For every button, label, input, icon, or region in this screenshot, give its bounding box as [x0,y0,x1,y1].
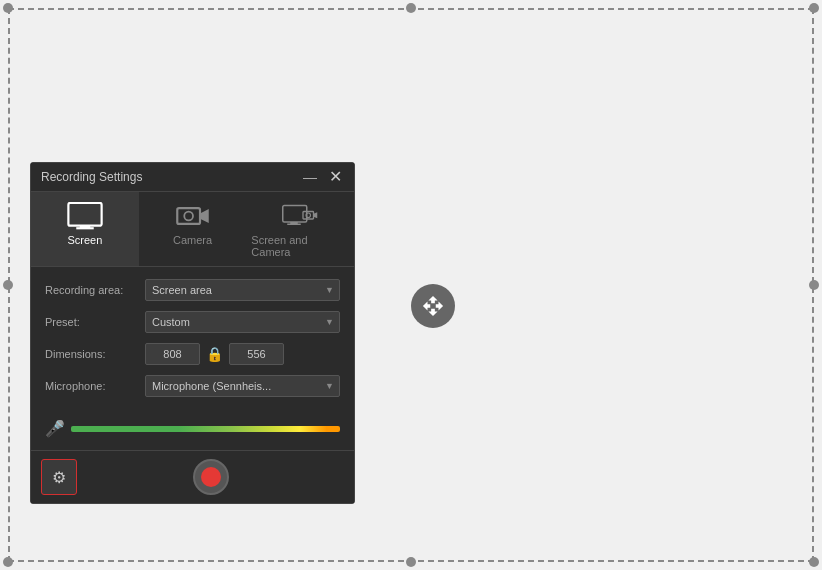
handle-top-center[interactable] [406,3,416,13]
dimensions-row: Dimensions: 🔒 [45,343,340,365]
tab-screen-label: Screen [67,234,102,246]
preset-dropdown-wrapper: Custom [145,311,340,333]
mode-tabs: Screen Camera Screen and Camera [31,192,354,267]
handle-right-center[interactable] [809,280,819,290]
svg-point-5 [184,212,193,221]
tab-camera[interactable]: Camera [139,192,247,266]
svg-marker-4 [200,209,209,223]
dimensions-label: Dimensions: [45,348,145,360]
recording-area-dropdown-wrapper: Screen area [145,279,340,301]
microphone-icon: 🎤 [45,419,65,438]
svg-rect-3 [177,208,200,224]
recording-area-select[interactable]: Screen area [145,279,340,301]
screen-tab-icon [67,202,103,230]
preset-label: Preset: [45,316,145,328]
tab-screen[interactable]: Screen [31,192,139,266]
dialog-title: Recording Settings [41,170,142,184]
recording-settings-dialog: Recording Settings — ✕ Screen Camera [30,162,355,504]
dimensions-group: 🔒 [145,343,340,365]
handle-left-center[interactable] [3,280,13,290]
tab-screen-and-camera[interactable]: Screen and Camera [246,192,354,266]
mic-level-row: 🎤 [45,419,340,438]
tab-screen-camera-label: Screen and Camera [251,234,349,258]
recording-area-label: Recording area: [45,284,145,296]
height-input[interactable] [229,343,284,365]
microphone-dropdown-wrapper: Microphone (Sennheis... [145,375,340,397]
mic-section: 🎤 [31,419,354,450]
record-button-inner [201,467,221,487]
handle-top-right[interactable] [809,3,819,13]
microphone-select[interactable]: Microphone (Sennheis... [145,375,340,397]
handle-top-left[interactable] [3,3,13,13]
microphone-label: Microphone: [45,380,145,392]
record-button[interactable] [193,459,229,495]
gear-icon: ⚙ [52,468,66,487]
dialog-minimize-button[interactable]: — [301,170,319,184]
tab-camera-label: Camera [173,234,212,246]
preset-select[interactable]: Custom [145,311,340,333]
move-drag-handle[interactable] [411,284,455,328]
settings-gear-button[interactable]: ⚙ [41,459,77,495]
settings-form: Recording area: Screen area Preset: Cust… [31,267,354,419]
preset-row: Preset: Custom [45,311,340,333]
dialog-titlebar: Recording Settings — ✕ [31,163,354,192]
mic-level-bar [71,426,340,432]
recording-area-row: Recording area: Screen area [45,279,340,301]
handle-bottom-left[interactable] [3,557,13,567]
dialog-controls: — ✕ [301,169,344,185]
dialog-bottom-toolbar: ⚙ [31,450,354,503]
handle-bottom-right[interactable] [809,557,819,567]
microphone-row: Microphone: Microphone (Sennheis... [45,375,340,397]
width-input[interactable] [145,343,200,365]
dialog-close-button[interactable]: ✕ [327,169,344,185]
handle-bottom-center[interactable] [406,557,416,567]
camera-tab-icon [175,202,211,230]
move-icon [422,295,444,317]
svg-rect-0 [68,203,101,226]
lock-icon: 🔒 [204,346,225,362]
screen-camera-tab-icon [282,202,318,230]
